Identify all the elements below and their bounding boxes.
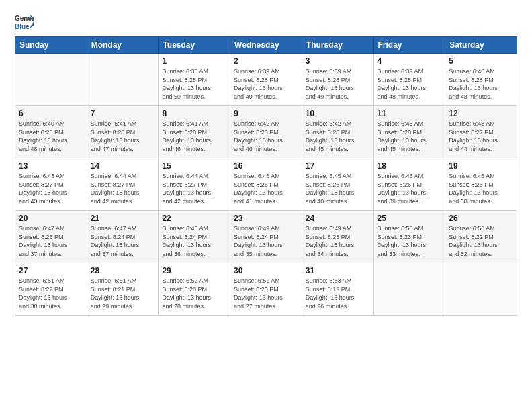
table-row: 29Sunrise: 6:52 AM Sunset: 8:20 PM Dayli… bbox=[159, 263, 230, 316]
table-row: 30Sunrise: 6:52 AM Sunset: 8:20 PM Dayli… bbox=[230, 263, 302, 316]
table-row: 26Sunrise: 6:50 AM Sunset: 8:22 PM Dayli… bbox=[445, 211, 517, 263]
day-info: Sunrise: 6:47 AM Sunset: 8:25 PM Dayligh… bbox=[19, 224, 83, 258]
day-info: Sunrise: 6:46 AM Sunset: 8:25 PM Dayligh… bbox=[449, 172, 513, 205]
calendar-week-row: 1Sunrise: 6:38 AM Sunset: 8:28 PM Daylig… bbox=[15, 54, 517, 106]
col-sunday: Sunday bbox=[15, 37, 87, 54]
table-row: 2Sunrise: 6:39 AM Sunset: 8:28 PM Daylig… bbox=[230, 54, 302, 106]
table-row bbox=[445, 263, 517, 316]
day-info: Sunrise: 6:39 AM Sunset: 8:28 PM Dayligh… bbox=[306, 67, 370, 101]
day-number: 15 bbox=[162, 161, 226, 171]
day-info: Sunrise: 6:45 AM Sunset: 8:26 PM Dayligh… bbox=[234, 172, 298, 205]
day-info: Sunrise: 6:42 AM Sunset: 8:28 PM Dayligh… bbox=[234, 120, 298, 153]
day-number: 20 bbox=[19, 214, 83, 223]
day-number: 24 bbox=[306, 214, 370, 223]
col-monday: Monday bbox=[87, 37, 159, 54]
table-row: 6Sunrise: 6:40 AM Sunset: 8:28 PM Daylig… bbox=[15, 106, 87, 158]
day-number: 16 bbox=[234, 161, 298, 171]
day-number: 11 bbox=[378, 109, 442, 118]
day-number: 8 bbox=[162, 109, 226, 118]
day-number: 21 bbox=[91, 214, 155, 223]
day-info: Sunrise: 6:43 AM Sunset: 8:27 PM Dayligh… bbox=[449, 120, 513, 153]
table-row: 13Sunrise: 6:43 AM Sunset: 8:27 PM Dayli… bbox=[15, 158, 87, 211]
day-info: Sunrise: 6:45 AM Sunset: 8:26 PM Dayligh… bbox=[306, 172, 370, 205]
day-number: 4 bbox=[378, 56, 442, 66]
day-number: 6 bbox=[19, 109, 83, 118]
day-info: Sunrise: 6:46 AM Sunset: 8:26 PM Dayligh… bbox=[378, 172, 442, 205]
day-info: Sunrise: 6:50 AM Sunset: 8:23 PM Dayligh… bbox=[378, 224, 442, 258]
table-row: 7Sunrise: 6:41 AM Sunset: 8:28 PM Daylig… bbox=[87, 106, 159, 158]
day-info: Sunrise: 6:52 AM Sunset: 8:20 PM Dayligh… bbox=[234, 277, 298, 310]
day-info: Sunrise: 6:41 AM Sunset: 8:28 PM Dayligh… bbox=[91, 120, 155, 153]
day-info: Sunrise: 6:44 AM Sunset: 8:27 PM Dayligh… bbox=[91, 172, 155, 205]
day-number: 9 bbox=[234, 109, 298, 118]
day-number: 2 bbox=[234, 56, 298, 66]
day-number: 22 bbox=[162, 214, 226, 223]
day-number: 29 bbox=[162, 266, 226, 275]
table-row: 15Sunrise: 6:44 AM Sunset: 8:27 PM Dayli… bbox=[159, 158, 230, 211]
table-row: 18Sunrise: 6:46 AM Sunset: 8:26 PM Dayli… bbox=[373, 158, 445, 211]
table-row: 9Sunrise: 6:42 AM Sunset: 8:28 PM Daylig… bbox=[230, 106, 302, 158]
table-row: 12Sunrise: 6:43 AM Sunset: 8:27 PM Dayli… bbox=[445, 106, 517, 158]
day-info: Sunrise: 6:39 AM Sunset: 8:28 PM Dayligh… bbox=[234, 67, 298, 101]
table-row bbox=[15, 54, 87, 106]
day-number: 19 bbox=[449, 161, 513, 171]
col-tuesday: Tuesday bbox=[159, 37, 230, 54]
table-row: 14Sunrise: 6:44 AM Sunset: 8:27 PM Dayli… bbox=[87, 158, 159, 211]
table-row: 19Sunrise: 6:46 AM Sunset: 8:25 PM Dayli… bbox=[445, 158, 517, 211]
day-info: Sunrise: 6:49 AM Sunset: 8:23 PM Dayligh… bbox=[306, 224, 370, 258]
col-thursday: Thursday bbox=[302, 37, 373, 54]
day-info: Sunrise: 6:44 AM Sunset: 8:27 PM Dayligh… bbox=[162, 172, 226, 205]
day-info: Sunrise: 6:47 AM Sunset: 8:24 PM Dayligh… bbox=[91, 224, 155, 258]
day-number: 5 bbox=[449, 56, 513, 66]
table-row: 16Sunrise: 6:45 AM Sunset: 8:26 PM Dayli… bbox=[230, 158, 302, 211]
day-number: 1 bbox=[162, 56, 226, 66]
day-info: Sunrise: 6:40 AM Sunset: 8:28 PM Dayligh… bbox=[19, 120, 83, 153]
calendar-week-row: 13Sunrise: 6:43 AM Sunset: 8:27 PM Dayli… bbox=[15, 158, 517, 211]
day-info: Sunrise: 6:39 AM Sunset: 8:28 PM Dayligh… bbox=[378, 67, 442, 101]
day-number: 7 bbox=[91, 109, 155, 118]
day-info: Sunrise: 6:43 AM Sunset: 8:27 PM Dayligh… bbox=[19, 172, 83, 205]
table-row: 25Sunrise: 6:50 AM Sunset: 8:23 PM Dayli… bbox=[373, 211, 445, 263]
day-info: Sunrise: 6:42 AM Sunset: 8:28 PM Dayligh… bbox=[306, 120, 370, 153]
day-number: 31 bbox=[306, 266, 370, 275]
table-row: 27Sunrise: 6:51 AM Sunset: 8:22 PM Dayli… bbox=[15, 263, 87, 316]
day-info: Sunrise: 6:53 AM Sunset: 8:19 PM Dayligh… bbox=[306, 277, 370, 310]
col-saturday: Saturday bbox=[445, 37, 517, 54]
day-info: Sunrise: 6:40 AM Sunset: 8:28 PM Dayligh… bbox=[449, 67, 513, 101]
day-number: 17 bbox=[306, 161, 370, 171]
table-row bbox=[87, 54, 159, 106]
table-row: 4Sunrise: 6:39 AM Sunset: 8:28 PM Daylig… bbox=[373, 54, 445, 106]
table-row: 10Sunrise: 6:42 AM Sunset: 8:28 PM Dayli… bbox=[302, 106, 373, 158]
day-info: Sunrise: 6:41 AM Sunset: 8:28 PM Dayligh… bbox=[162, 120, 226, 153]
day-number: 26 bbox=[449, 214, 513, 223]
table-row: 31Sunrise: 6:53 AM Sunset: 8:19 PM Dayli… bbox=[302, 263, 373, 316]
table-row bbox=[373, 263, 445, 316]
table-row: 20Sunrise: 6:47 AM Sunset: 8:25 PM Dayli… bbox=[15, 211, 87, 263]
day-number: 13 bbox=[19, 161, 83, 171]
day-info: Sunrise: 6:38 AM Sunset: 8:28 PM Dayligh… bbox=[162, 67, 226, 101]
day-number: 10 bbox=[306, 109, 370, 118]
table-row: 1Sunrise: 6:38 AM Sunset: 8:28 PM Daylig… bbox=[159, 54, 230, 106]
day-number: 3 bbox=[306, 56, 370, 66]
table-row: 5Sunrise: 6:40 AM Sunset: 8:28 PM Daylig… bbox=[445, 54, 517, 106]
table-row: 22Sunrise: 6:48 AM Sunset: 8:24 PM Dayli… bbox=[159, 211, 230, 263]
table-row: 21Sunrise: 6:47 AM Sunset: 8:24 PM Dayli… bbox=[87, 211, 159, 263]
day-info: Sunrise: 6:48 AM Sunset: 8:24 PM Dayligh… bbox=[162, 224, 226, 258]
day-number: 14 bbox=[91, 161, 155, 171]
day-info: Sunrise: 6:50 AM Sunset: 8:22 PM Dayligh… bbox=[449, 224, 513, 258]
table-row: 24Sunrise: 6:49 AM Sunset: 8:23 PM Dayli… bbox=[302, 211, 373, 263]
day-number: 27 bbox=[19, 266, 83, 275]
logo-icon: General Blue bbox=[15, 12, 34, 31]
day-info: Sunrise: 6:52 AM Sunset: 8:20 PM Dayligh… bbox=[162, 277, 226, 310]
col-friday: Friday bbox=[373, 37, 445, 54]
table-row: 17Sunrise: 6:45 AM Sunset: 8:26 PM Dayli… bbox=[302, 158, 373, 211]
col-wednesday: Wednesday bbox=[230, 37, 302, 54]
calendar-week-row: 20Sunrise: 6:47 AM Sunset: 8:25 PM Dayli… bbox=[15, 211, 517, 263]
day-number: 23 bbox=[234, 214, 298, 223]
table-row: 3Sunrise: 6:39 AM Sunset: 8:28 PM Daylig… bbox=[302, 54, 373, 106]
day-number: 12 bbox=[449, 109, 513, 118]
day-info: Sunrise: 6:49 AM Sunset: 8:24 PM Dayligh… bbox=[234, 224, 298, 258]
table-row: 8Sunrise: 6:41 AM Sunset: 8:28 PM Daylig… bbox=[159, 106, 230, 158]
day-number: 25 bbox=[378, 214, 442, 223]
calendar-table: Sunday Monday Tuesday Wednesday Thursday… bbox=[15, 36, 517, 316]
